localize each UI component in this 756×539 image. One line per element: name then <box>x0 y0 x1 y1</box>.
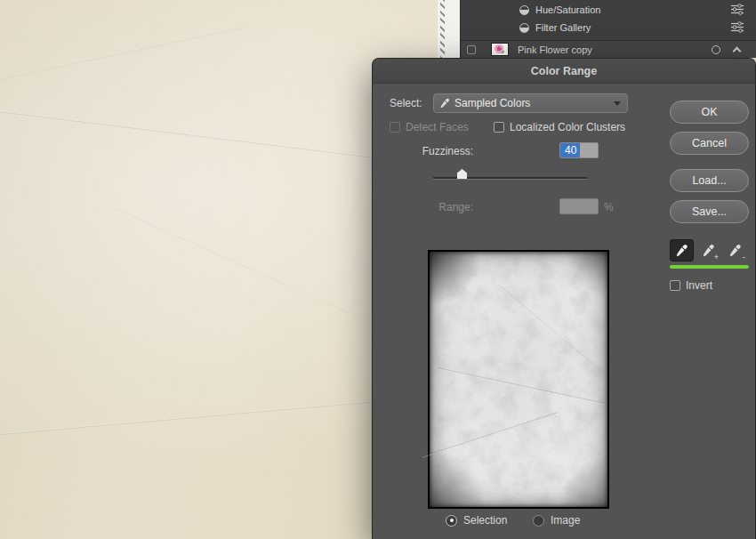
smart-filter-clip-icon[interactable] <box>712 45 720 54</box>
detect-faces-label: Detect Faces <box>406 121 469 133</box>
fuzziness-label: Fuzziness: <box>390 145 473 158</box>
preview-blotch-texture <box>430 252 607 507</box>
filter-options-sliders-icon[interactable] <box>730 21 744 33</box>
detect-faces-checkbox[interactable] <box>390 122 400 133</box>
localized-clusters-label: Localized Color Clusters <box>510 121 625 133</box>
detect-faces-checkbox-row[interactable]: Detect Faces <box>390 121 469 133</box>
fuzziness-slider-thumb[interactable] <box>457 169 467 179</box>
fuzziness-slider-track[interactable] <box>433 177 587 179</box>
layer-name[interactable]: Pink Flower copy <box>518 44 592 55</box>
collapse-caret-icon[interactable] <box>733 47 742 56</box>
eyedropper-add-button[interactable]: + <box>696 239 720 261</box>
range-unit-label: % <box>604 201 614 214</box>
selection-radio[interactable] <box>446 515 457 527</box>
invert-label: Invert <box>686 279 712 292</box>
invert-checkbox[interactable] <box>670 280 680 291</box>
select-label: Select: <box>390 97 422 110</box>
document-edge-strip <box>438 0 460 58</box>
filter-options-sliders-icon[interactable] <box>730 4 744 15</box>
save-button[interactable]: Save... <box>670 200 749 223</box>
selection-radio-label: Selection <box>463 514 507 527</box>
fuzziness-input[interactable]: 40 <box>559 142 599 158</box>
plus-icon: + <box>714 253 719 261</box>
perforation-zigzag <box>440 0 445 58</box>
fuzziness-value-selected: 40 <box>560 143 580 157</box>
minus-icon: - <box>743 253 745 261</box>
eyedropper-toolbar: + - <box>670 239 747 261</box>
layer-link-icon <box>467 45 476 54</box>
selection-radio-row[interactable]: Selection <box>446 514 507 527</box>
image-radio-label: Image <box>551 514 580 527</box>
select-dropdown[interactable]: Sampled Colors <box>433 93 628 113</box>
adjustment-icon <box>519 5 529 15</box>
smart-filter-label: Hue/Saturation <box>535 4 600 15</box>
eyedropper-sample-button[interactable] <box>670 239 694 261</box>
selection-preview[interactable] <box>428 250 609 509</box>
range-input[interactable] <box>559 198 599 214</box>
fuzziness-slider[interactable] <box>433 167 587 181</box>
range-label: Range: <box>390 201 473 214</box>
chevron-down-icon <box>614 101 621 106</box>
layers-panel: Hue/Saturation Filter Gallery Pink Flowe… <box>460 0 756 58</box>
adjustment-icon <box>519 23 529 33</box>
layer-row-pink-flower-copy[interactable]: Pink Flower copy <box>461 40 756 58</box>
cancel-button[interactable]: Cancel <box>670 132 749 155</box>
image-radio-row[interactable]: Image <box>533 514 580 527</box>
smart-filter-label: Filter Gallery <box>535 22 591 33</box>
image-radio[interactable] <box>533 515 544 527</box>
color-range-dialog: Color Range Select: Sampled Colors Detec… <box>372 58 756 539</box>
ok-button[interactable]: OK <box>670 101 749 124</box>
layer-thumbnail[interactable] <box>491 43 509 56</box>
dialog-title-bar[interactable]: Color Range <box>373 59 755 84</box>
eyedropper-subtract-button[interactable]: - <box>723 239 747 261</box>
eyedropper-icon <box>439 98 450 109</box>
select-dropdown-value: Sampled Colors <box>454 97 530 109</box>
load-button[interactable]: Load... <box>670 169 749 192</box>
invert-checkbox-row[interactable]: Invert <box>670 279 712 292</box>
localized-clusters-checkbox[interactable] <box>494 122 504 133</box>
smart-filter-row-filter-gallery[interactable]: Filter Gallery <box>461 19 756 36</box>
tutorial-highlight-underline <box>670 265 749 269</box>
localized-clusters-checkbox-row[interactable]: Localized Color Clusters <box>494 121 625 133</box>
smart-filter-row-hue-saturation[interactable]: Hue/Saturation <box>461 1 756 19</box>
